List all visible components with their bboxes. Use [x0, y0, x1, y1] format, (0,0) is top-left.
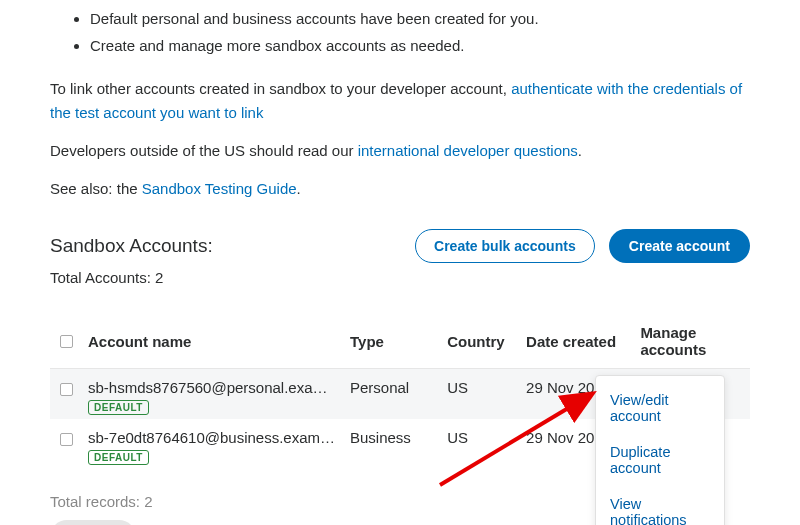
- account-country-cell: US: [441, 419, 520, 469]
- intl-post: .: [578, 142, 582, 159]
- header-country: Country: [441, 314, 520, 369]
- intro-bullet-2: Create and manage more sandbox accounts …: [90, 35, 750, 58]
- sandbox-guide-link[interactable]: Sandbox Testing Guide: [142, 180, 297, 197]
- account-name-cell: sb-7e0dt8764610@business.example…: [88, 429, 338, 446]
- create-bulk-accounts-button[interactable]: Create bulk accounts: [415, 229, 595, 263]
- header-manage: Manage accounts: [634, 314, 750, 369]
- account-country-cell: US: [441, 369, 520, 420]
- header-account-name: Account name: [82, 314, 344, 369]
- row-checkbox[interactable]: [60, 433, 73, 446]
- intl-developer-link[interactable]: international developer questions: [358, 142, 578, 159]
- seealso-paragraph: See also: the Sandbox Testing Guide.: [50, 177, 750, 201]
- intro-bullet-1: Default personal and business accounts h…: [90, 8, 750, 31]
- duplicate-account-item[interactable]: Duplicate account: [596, 434, 724, 486]
- create-account-button[interactable]: Create account: [609, 229, 750, 263]
- manage-account-dropdown: View/edit account Duplicate account View…: [595, 375, 725, 525]
- link-accounts-pre: To link other accounts created in sandbo…: [50, 80, 511, 97]
- view-notifications-item[interactable]: View notifications: [596, 486, 724, 525]
- link-accounts-paragraph: To link other accounts created in sandbo…: [50, 77, 750, 125]
- header-type: Type: [344, 314, 441, 369]
- account-type-cell: Personal: [344, 369, 441, 420]
- row-checkbox[interactable]: [60, 383, 73, 396]
- intro-bullets: Default personal and business accounts h…: [50, 8, 750, 57]
- account-name-cell: sb-hsmds8767560@personal.exampl…: [88, 379, 338, 396]
- account-type-cell: Business: [344, 419, 441, 469]
- seealso-pre: See also: the: [50, 180, 142, 197]
- header-date: Date created: [520, 314, 634, 369]
- default-badge: DEFAULT: [88, 400, 149, 415]
- intl-paragraph: Developers outside of the US should read…: [50, 139, 750, 163]
- seealso-post: .: [297, 180, 301, 197]
- section-title: Sandbox Accounts:: [50, 235, 213, 257]
- delete-button[interactable]: Delete: [50, 520, 136, 525]
- intl-pre: Developers outside of the US should read…: [50, 142, 358, 159]
- select-all-checkbox[interactable]: [60, 335, 73, 348]
- total-accounts-label: Total Accounts: 2: [50, 269, 750, 286]
- view-edit-account-item[interactable]: View/edit account: [596, 382, 724, 434]
- default-badge: DEFAULT: [88, 450, 149, 465]
